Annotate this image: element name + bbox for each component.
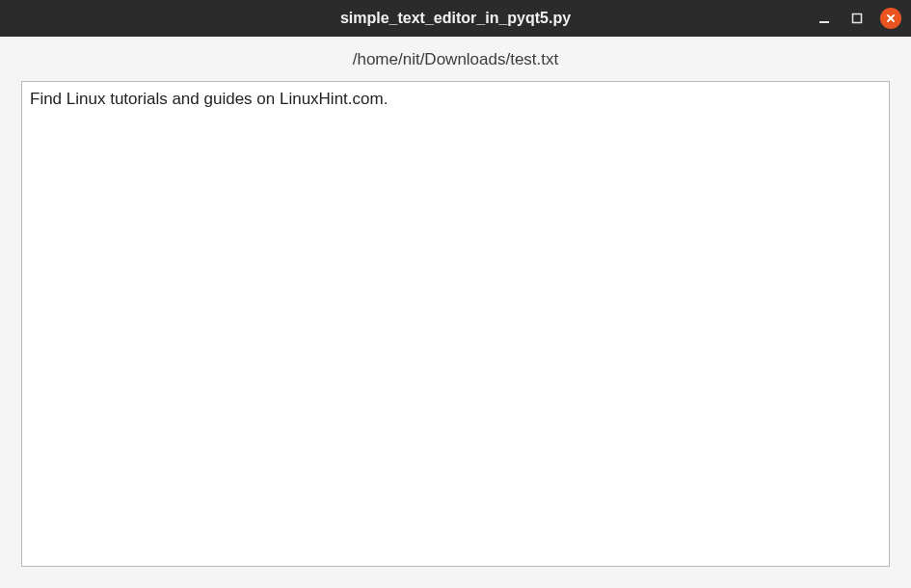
text-editor[interactable] (22, 82, 889, 566)
titlebar: simple_text_editor_in_pyqt5.py (0, 0, 911, 37)
content-area: /home/nit/Downloads/test.txt (0, 37, 911, 588)
maximize-icon (851, 13, 863, 24)
file-path-label: /home/nit/Downloads/test.txt (0, 37, 911, 81)
window-title: simple_text_editor_in_pyqt5.py (340, 10, 571, 27)
titlebar-controls (815, 0, 901, 37)
editor-container (21, 81, 890, 567)
svg-rect-1 (853, 14, 862, 23)
close-icon (885, 13, 897, 24)
close-button[interactable] (880, 8, 901, 29)
minimize-button[interactable] (815, 9, 834, 28)
svg-rect-0 (819, 21, 829, 23)
minimize-icon (818, 13, 830, 24)
maximize-button[interactable] (847, 9, 867, 28)
application-window: simple_text_editor_in_pyqt5.py /home/ni (0, 0, 911, 588)
